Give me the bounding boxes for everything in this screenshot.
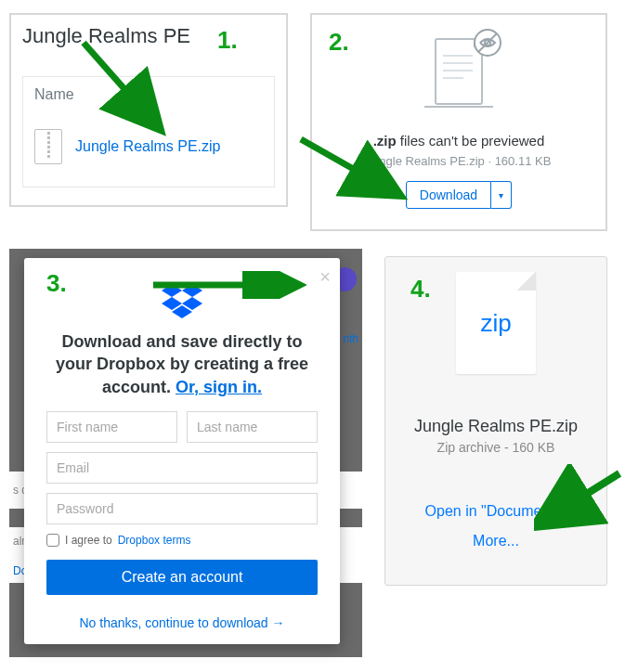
modal-heading: Download and save directly to your Dropb… (46, 330, 318, 398)
email-field[interactable] (46, 452, 318, 484)
step-label-2: 2. (329, 28, 349, 57)
password-field[interactable] (46, 493, 318, 524)
file-name: Jungle Realms PE.zip (385, 417, 606, 436)
continue-download-link[interactable]: No thanks, continue to download → (46, 615, 318, 630)
terms-row: I agree to Dropbox terms (46, 534, 318, 547)
arrow-annotation-1 (74, 33, 186, 145)
close-icon[interactable]: × (319, 267, 331, 286)
download-dropdown-toggle[interactable]: ▾ (491, 181, 512, 209)
svg-line-17 (301, 139, 391, 190)
terms-link[interactable]: Dropbox terms (118, 534, 191, 547)
step-label-3: 3. (46, 269, 67, 298)
file-meta: Zip archive - 160 KB (385, 440, 606, 455)
terms-checkbox[interactable] (46, 534, 59, 547)
step-label-4: 4. (410, 275, 431, 304)
svg-line-21 (545, 473, 619, 520)
panel-signup-modal-backdrop: s ca aln Do nth × Download and save dire… (9, 249, 362, 657)
last-name-field[interactable] (187, 411, 318, 443)
document-no-preview-icon (408, 28, 510, 125)
file-type-icon: zip (456, 272, 536, 374)
first-name-field[interactable] (46, 411, 177, 443)
sign-in-link[interactable]: Or, sign in. (176, 378, 262, 396)
download-button-group: Download ▾ (406, 181, 512, 209)
arrow-annotation-2 (293, 130, 414, 213)
create-account-button[interactable]: Create an account (46, 560, 318, 595)
arrow-annotation-4 (534, 464, 625, 538)
signup-modal: × Download and save directly to your Dro… (24, 258, 340, 644)
zip-file-icon (34, 129, 62, 164)
svg-line-15 (84, 43, 153, 122)
step-label-1: 1. (217, 26, 238, 55)
download-button[interactable]: Download (406, 181, 491, 209)
arrow-annotation-3 (149, 271, 306, 299)
